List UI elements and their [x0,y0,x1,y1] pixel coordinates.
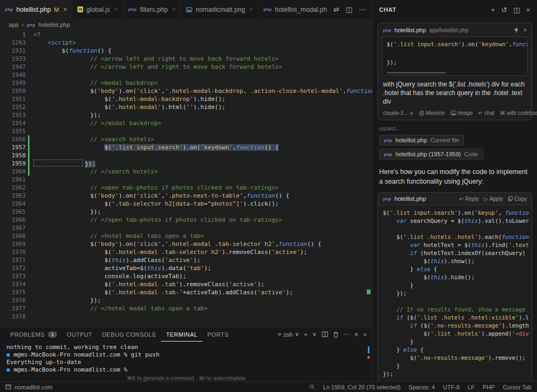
editor-line[interactable]: 1963 $('body').on('click','.photo-next-t… [0,192,372,200]
editor-line[interactable]: 1969 $('body').on('click','.hotel-modal … [0,240,372,248]
code-line: if ($('.no-results-message').length [383,322,527,330]
close-tab-icon[interactable]: × [114,6,118,13]
remove-context-icon[interactable]: × [524,27,527,33]
editor-line[interactable]: 1961 [0,176,372,184]
terminal-output[interactable]: nothing to commit, working tree clean● m… [0,342,372,374]
close-chat-icon[interactable]: × [526,6,531,14]
editor-line[interactable]: 1976 }); [0,296,372,304]
apply-button[interactable]: ▷Apply [484,196,503,202]
editor-line[interactable]: 1263 <script> [0,39,372,47]
line-number: 1947 [0,63,26,71]
new-terminal-button[interactable]: + [304,331,307,338]
code-scrollbar[interactable] [387,72,446,74]
trash-icon[interactable] [333,331,339,338]
editor-line[interactable]: 1959·············}); [0,159,372,168]
editor-line[interactable]: 1951 $('.hotel-modal-backdrop').hide(); [0,95,372,103]
editor-line[interactable]: 1974 $('.hotel-modal .tab').removeClass(… [0,280,372,288]
status-item[interactable]: Ln 1959, Col 20 (70 selected) [323,384,401,390]
editor-line[interactable]: 1965 }); [0,208,372,216]
panel-tab-debug-console[interactable]: DEBUG CONSOLE [97,327,161,342]
editor-line[interactable]: 1949 // <modal backdrop> [0,79,372,87]
status-item[interactable]: UTF-8 [443,384,460,390]
new-chat-icon[interactable]: + [491,6,495,14]
editor-line[interactable]: 1968 // <hotel modal tabs open a tab> [0,232,372,240]
search-icon[interactable] [309,384,315,390]
editor-line[interactable]: 1972 activeTab=$(this).data('tab'); [0,264,372,272]
editor-line[interactable]: 1966 // </open tab-photos if photos clic… [0,216,372,224]
tab-label: global.js [86,6,110,13]
submit-chat-button[interactable]: ↵chat [478,110,494,116]
breadcrumb[interactable]: app › php hotellist.php [0,19,381,31]
editor-line[interactable]: 1962 // <open tab-photos if photos click… [0,184,372,192]
toggle-changes-icon[interactable]: ⇄ [333,5,339,13]
status-item[interactable]: Spaces: 4 [409,384,435,390]
editor-line[interactable]: 1<? [0,31,372,39]
tab-nomadicmatt.png[interactable]: nomadicmatt.png× [181,0,258,19]
editor-line[interactable]: 1975 $('.hotel-modal .tab-'+activeTab).a… [0,288,372,296]
context-chip[interactable]: phphotellist.phpCurrent file [379,135,464,146]
code-editor[interactable]: 1<?1263 <script>1931 $(function() {1933 … [0,31,372,326]
panel-tab-terminal[interactable]: TERMINAL [161,327,202,342]
close-tab-icon[interactable]: × [250,6,253,13]
editor-line[interactable]: 1973 console.log(activeTab); [0,272,372,280]
answer-code-block[interactable]: $('.list input.search').on('keyup', func… [378,205,532,379]
editor-line[interactable]: 1971 $(this).addClass('active'); [0,256,372,264]
tab-hotellist.php[interactable]: phphotellist.phpM× [0,0,72,19]
editor-line[interactable]: 1967 [0,224,372,232]
scrollbar-change-mark-icon [367,289,371,294]
close-panel-icon[interactable]: × [364,331,367,338]
terminal-dropdown-icon[interactable]: ∨ [312,331,316,338]
editor-line[interactable]: 1953 }); [0,111,372,119]
status-item[interactable]: LF [468,384,475,390]
editor-line[interactable]: 1957 $('.list input.search').on('keydown… [0,143,372,151]
panel-tab-output[interactable]: OUTPUT [62,327,97,342]
chip-suffix: Code [464,151,478,157]
history-icon[interactable]: ↺ [501,6,507,14]
chat-input-card[interactable]: php hotellist.php app/hotellist.php × $(… [378,23,532,120]
editor-line[interactable]: 1964 $('.tab-selector h2[data-tab="photo… [0,200,372,208]
reply-button[interactable]: ↩Reply [459,196,479,202]
close-tab-icon[interactable]: × [63,6,67,13]
editor-line[interactable]: 1958 [0,151,372,159]
editor-line[interactable]: 1970 $('.hotel-modal .tab-selector h2').… [0,248,372,256]
submit-with-codebase-button[interactable]: ⌘with codebase [500,110,537,116]
pin-icon[interactable] [513,27,519,33]
more-actions-icon[interactable]: ⋯ [359,5,366,13]
breadcrumb-file[interactable]: hotellist.php [39,21,70,28]
editor-line[interactable]: 1978 [0,313,372,321]
open-in-editor-icon[interactable]: ◫ [513,6,520,14]
breadcrumb-root[interactable]: app [9,21,18,28]
panel-tab-problems[interactable]: PROBLEMS1 [5,327,62,342]
editor-line[interactable]: 1954 // </modal backdrop> [0,119,372,127]
line-number: 1956 [0,135,26,143]
editor-line[interactable]: 1933 // <arrow left and right to move ba… [0,55,372,63]
editor-line[interactable]: 1956 // <search hotels> [0,135,372,143]
split-editor-icon[interactable]: ◫ [346,5,352,13]
model-selector[interactable]: claude-3...∨ [383,110,413,116]
editor-line[interactable]: 1952 $('.hotel-modal').html('').hide(); [0,103,372,111]
status-site-name[interactable]: nomadlist.com [14,384,53,390]
editor-line[interactable]: 1931 $(function() { [0,47,372,55]
editor-line[interactable]: 1950 $('body').on('click','.hotel-modal-… [0,87,372,95]
php-file-icon: php [384,152,393,157]
editor-line[interactable]: 1960 // </search hotels> [0,168,372,176]
tab-filters.php[interactable]: phpfilters.php× [124,0,182,19]
split-terminal-icon[interactable] [322,331,328,337]
mention-button[interactable]: @ Mention [419,110,445,116]
maximize-panel-icon[interactable]: ∧ [354,331,359,338]
context-chip[interactable]: phphotellist.php (1957-1959)Code [379,149,483,159]
tab-hotellist_modal.php[interactable]: phphotellist_modal.php× [259,0,327,19]
copy-button[interactable]: Copy [508,196,527,202]
editor-line[interactable]: 1947 // </arrow left and right to move b… [0,63,372,71]
editor-line[interactable]: 1948 [0,71,372,79]
editor-line[interactable]: 1955 [0,127,372,135]
status-item[interactable]: Cursor Tab [503,384,532,390]
close-tab-icon[interactable]: × [172,6,176,13]
editor-line[interactable]: 1977 // </hotel modal tabs open a tab> [0,304,372,313]
terminal-shell-selector[interactable]: > zsh ∨ [278,331,299,338]
more-actions-icon[interactable]: ⋯ [344,331,350,338]
status-item[interactable]: PHP [483,384,495,390]
image-button[interactable]: Image [451,110,473,116]
panel-tab-ports[interactable]: PORTS [202,327,234,342]
tab-global.js[interactable]: JSglobal.js× [72,0,124,19]
